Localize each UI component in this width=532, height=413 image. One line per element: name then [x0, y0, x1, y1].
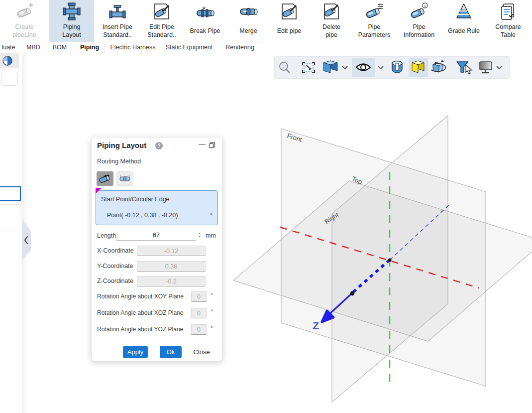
sidebar-collapse-handle[interactable] — [22, 220, 31, 261]
ribbon-label: Compare — [495, 23, 521, 31]
front-plane-label: Front — [286, 132, 303, 143]
ribbon-item-compare-table[interactable]: Compare Table — [486, 0, 531, 42]
ribbon-label: Layout — [62, 31, 81, 39]
break-pipe-icon — [194, 1, 216, 21]
chevron-down-icon[interactable] — [342, 66, 347, 69]
ribbon-item-edit-pipe[interactable]: Edit pipe — [267, 0, 312, 42]
ribbon-item-edit-pipe-standard[interactable]: Edit Pipe Standard.. — [139, 0, 184, 42]
edit-pipe-standard-icon — [152, 1, 171, 21]
length-spinner[interactable]: ▲▼ — [197, 230, 202, 240]
top-plane[interactable] — [233, 181, 532, 341]
ribbon-item-piping-layout[interactable]: Piping Layout — [49, 0, 94, 42]
chevron-down-icon[interactable] — [497, 66, 502, 69]
pipe-parameters-icon — [364, 1, 385, 21]
degree-unit: ° — [211, 292, 213, 299]
sphere-view-icon[interactable] — [1, 55, 13, 67]
ribbon-label: Delete — [322, 23, 340, 31]
routing-method-segment-button[interactable] — [116, 171, 133, 186]
ribbon-label: Pipe — [413, 23, 425, 31]
sidebar-item[interactable] — [0, 204, 21, 218]
ribbon-label: Grade Rule — [448, 27, 480, 35]
z-coordinate-label: Z-Coordinate — [97, 277, 133, 284]
section-view-icon[interactable] — [392, 61, 402, 73]
ribbon-toolbar: Create pipeLine Piping Layout — [0, 0, 532, 42]
ribbon-item-pipe-information[interactable]: Pipe Information — [397, 0, 441, 42]
z-axis-label: Z — [313, 320, 319, 331]
x-coordinate-input[interactable] — [137, 246, 206, 256]
selection-corner-marker — [96, 188, 102, 194]
selection-title: Start Point/Circular Edge — [101, 196, 170, 203]
ribbon-label: Standard.. — [103, 31, 132, 39]
degree-unit: ° — [211, 325, 213, 332]
tab-mbd[interactable]: MBD — [22, 42, 44, 53]
length-input[interactable] — [116, 230, 196, 241]
ribbon-item-grade-rule[interactable]: Grade Rule — [441, 0, 486, 42]
selection-value: Point( -0.12 , 0.38 , -0.20) — [107, 212, 178, 219]
rotation-yoz-input[interactable] — [191, 324, 207, 335]
y-coordinate-input[interactable] — [137, 261, 206, 272]
ribbon-label: Edit Pipe — [149, 23, 174, 31]
ribbon-item-insert-pipe-standard[interactable]: Insert Pipe Standard.. — [95, 0, 140, 42]
chevron-down-icon[interactable] — [378, 66, 383, 69]
filter-select-icon[interactable] — [457, 62, 472, 74]
routing-method-label: Routing Method — [97, 158, 141, 165]
ribbon-label: Parameters — [358, 31, 391, 39]
ok-button[interactable]: Ok — [160, 346, 182, 358]
x-axis-red — [280, 227, 479, 288]
route-by-point-icon — [99, 174, 111, 184]
rotate-view-icon[interactable] — [431, 60, 445, 72]
rotation-xoy-input[interactable] — [191, 291, 207, 302]
tab-rendering[interactable]: Rendering — [224, 42, 256, 53]
ribbon-label: Information — [404, 31, 435, 39]
ribbon-item-delete-pipe[interactable]: Delete pipe — [309, 0, 354, 42]
ribbon-label: pipe — [325, 31, 337, 39]
pipe-preview-solid — [328, 293, 352, 315]
pipe-start-point[interactable] — [350, 291, 355, 296]
origin-point[interactable] — [388, 258, 391, 262]
display-mode-icon[interactable] — [480, 62, 492, 73]
ribbon-label: Merge — [239, 27, 257, 35]
help-icon[interactable]: ? — [155, 142, 163, 149]
pipe-preview-dashed — [353, 261, 388, 292]
clear-selection-icon[interactable]: × — [210, 211, 213, 218]
pipe-direction-arrowhead[interactable] — [322, 311, 333, 322]
ribbon-item-break-pipe[interactable]: Break Pipe — [183, 0, 227, 42]
restore-window-icon[interactable] — [209, 142, 215, 148]
box-select-icon[interactable] — [303, 62, 315, 73]
minimize-icon[interactable]: — — [198, 140, 206, 149]
rotation-yoz-label: Rotation Angle about YOZ Plane — [97, 326, 183, 333]
ribbon-label: Standard.. — [147, 31, 176, 39]
ribbon-item-pipe-parameters[interactable]: Pipe Parameters — [352, 0, 397, 42]
apply-button[interactable]: Apply — [123, 346, 148, 358]
z-axis-blue-dashed — [390, 204, 450, 260]
top-plane-label: Top — [351, 175, 363, 186]
dialog-title: Piping Layout — [97, 141, 146, 149]
ribbon-label: Create — [15, 23, 34, 31]
length-unit: mm — [206, 232, 216, 239]
tab-evaluate[interactable]: luate — [0, 42, 17, 53]
sidebar-search-box[interactable] — [1, 72, 18, 86]
application-window: Create pipeLine Piping Layout — [0, 0, 532, 413]
zoom-icon[interactable] — [280, 62, 289, 72]
close-button[interactable]: Close — [189, 346, 214, 358]
routing-method-point-button[interactable] — [97, 171, 113, 186]
right-plane[interactable] — [332, 116, 448, 402]
tab-electric-harness[interactable]: Electric Harness — [108, 42, 157, 53]
tab-piping[interactable]: Piping — [76, 42, 104, 53]
tab-static-equipment[interactable]: Static Equipment — [163, 42, 215, 53]
start-point-selection-box[interactable]: Start Point/Circular Edge Point( -0.12 ,… — [96, 190, 218, 225]
sidebar-selected-item[interactable] — [0, 186, 21, 201]
y-coordinate-label: Y-Coordinate — [97, 263, 133, 270]
z-coordinate-input[interactable] — [137, 276, 206, 286]
ribbon-label: pipeLine — [12, 31, 36, 39]
tab-bom[interactable]: BOM — [49, 42, 71, 53]
rotation-xoz-input[interactable] — [191, 308, 207, 318]
edit-pipe-icon — [280, 1, 299, 21]
view-toolbar — [274, 56, 510, 79]
visibility-eye-icon[interactable] — [356, 64, 370, 71]
front-plane[interactable] — [281, 129, 486, 386]
view-cube-icon[interactable] — [323, 61, 337, 73]
compare-table-icon — [499, 1, 518, 21]
ribbon-item-create-pipeline[interactable]: Create pipeLine — [2, 0, 47, 42]
ribbon-item-merge-pipes[interactable]: Merge — [226, 0, 271, 42]
